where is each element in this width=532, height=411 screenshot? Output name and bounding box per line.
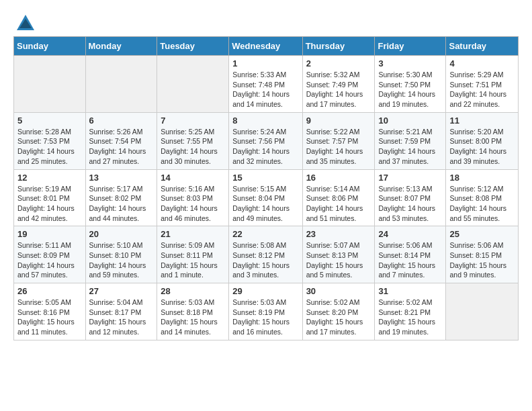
calendar-week-4: 19Sunrise: 5:11 AM Sunset: 8:09 PM Dayli… (14, 226, 519, 283)
day-number: 5 (17, 116, 82, 126)
day-number: 31 (378, 286, 442, 296)
calendar-header-thursday: Thursday (302, 37, 375, 56)
day-info: Sunrise: 5:04 AM Sunset: 8:17 PM Dayligh… (89, 298, 154, 337)
day-number: 15 (232, 173, 298, 183)
calendar-cell: 27Sunrise: 5:04 AM Sunset: 8:17 PM Dayli… (85, 283, 157, 340)
day-info: Sunrise: 5:16 AM Sunset: 8:03 PM Dayligh… (161, 184, 225, 224)
day-number: 11 (449, 116, 515, 126)
day-info: Sunrise: 5:03 AM Sunset: 8:18 PM Dayligh… (161, 298, 225, 337)
day-number: 17 (378, 173, 442, 183)
day-info: Sunrise: 5:29 AM Sunset: 7:51 PM Dayligh… (449, 70, 515, 109)
day-number: 21 (161, 229, 225, 239)
day-info: Sunrise: 5:28 AM Sunset: 7:53 PM Dayligh… (17, 127, 82, 167)
calendar-week-5: 26Sunrise: 5:05 AM Sunset: 8:16 PM Dayli… (14, 283, 519, 340)
day-number: 8 (232, 116, 298, 126)
calendar-cell: 7Sunrise: 5:25 AM Sunset: 7:55 PM Daylig… (157, 112, 229, 169)
calendar-table: SundayMondayTuesdayWednesdayThursdayFrid… (13, 36, 519, 340)
calendar-week-2: 5Sunrise: 5:28 AM Sunset: 7:53 PM Daylig… (14, 112, 519, 169)
day-info: Sunrise: 5:02 AM Sunset: 8:21 PM Dayligh… (378, 298, 442, 337)
day-number: 29 (232, 286, 298, 296)
calendar-cell: 10Sunrise: 5:21 AM Sunset: 7:59 PM Dayli… (375, 112, 446, 169)
day-info: Sunrise: 5:03 AM Sunset: 8:19 PM Dayligh… (232, 298, 298, 337)
day-info: Sunrise: 5:21 AM Sunset: 7:59 PM Dayligh… (378, 127, 442, 167)
day-info: Sunrise: 5:26 AM Sunset: 7:54 PM Dayligh… (89, 127, 154, 167)
day-number: 7 (161, 116, 225, 126)
day-number: 4 (449, 58, 515, 68)
logo-icon (15, 13, 36, 34)
day-info: Sunrise: 5:17 AM Sunset: 8:02 PM Dayligh… (89, 184, 154, 224)
day-number: 12 (17, 173, 82, 183)
calendar-cell: 17Sunrise: 5:13 AM Sunset: 8:07 PM Dayli… (375, 169, 446, 226)
day-info: Sunrise: 5:05 AM Sunset: 8:16 PM Dayligh… (17, 298, 82, 337)
day-info: Sunrise: 5:32 AM Sunset: 7:49 PM Dayligh… (306, 70, 371, 109)
day-number: 30 (306, 286, 371, 296)
day-number: 14 (161, 173, 225, 183)
calendar-cell: 20Sunrise: 5:10 AM Sunset: 8:10 PM Dayli… (85, 226, 157, 283)
calendar-cell: 29Sunrise: 5:03 AM Sunset: 8:19 PM Dayli… (229, 283, 302, 340)
day-info: Sunrise: 5:11 AM Sunset: 8:09 PM Dayligh… (17, 240, 82, 280)
calendar-cell: 6Sunrise: 5:26 AM Sunset: 7:54 PM Daylig… (85, 112, 157, 169)
day-info: Sunrise: 5:02 AM Sunset: 8:20 PM Dayligh… (306, 298, 371, 337)
day-number: 27 (89, 286, 154, 296)
day-number: 24 (378, 229, 442, 239)
day-info: Sunrise: 5:06 AM Sunset: 8:14 PM Dayligh… (378, 240, 442, 280)
calendar-cell: 2Sunrise: 5:32 AM Sunset: 7:49 PM Daylig… (302, 56, 375, 113)
day-info: Sunrise: 5:14 AM Sunset: 8:06 PM Dayligh… (306, 184, 371, 224)
calendar-cell: 1Sunrise: 5:33 AM Sunset: 7:48 PM Daylig… (229, 56, 302, 113)
calendar-cell: 23Sunrise: 5:07 AM Sunset: 8:13 PM Dayli… (302, 226, 375, 283)
calendar-cell: 9Sunrise: 5:22 AM Sunset: 7:57 PM Daylig… (302, 112, 375, 169)
day-number: 25 (449, 229, 515, 239)
calendar-header-friday: Friday (375, 37, 446, 56)
calendar-cell: 3Sunrise: 5:30 AM Sunset: 7:50 PM Daylig… (375, 56, 446, 113)
calendar-cell: 26Sunrise: 5:05 AM Sunset: 8:16 PM Dayli… (14, 283, 86, 340)
day-number: 10 (378, 116, 442, 126)
day-number: 16 (306, 173, 371, 183)
day-number: 3 (378, 58, 442, 68)
day-info: Sunrise: 5:09 AM Sunset: 8:11 PM Dayligh… (161, 240, 225, 280)
calendar-cell: 28Sunrise: 5:03 AM Sunset: 8:18 PM Dayli… (157, 283, 229, 340)
calendar-week-1: 1Sunrise: 5:33 AM Sunset: 7:48 PM Daylig… (14, 56, 519, 113)
calendar-cell (14, 56, 86, 113)
calendar-cell (85, 56, 157, 113)
calendar-cell: 13Sunrise: 5:17 AM Sunset: 8:02 PM Dayli… (85, 169, 157, 226)
day-info: Sunrise: 5:22 AM Sunset: 7:57 PM Dayligh… (306, 127, 371, 167)
calendar-cell: 8Sunrise: 5:24 AM Sunset: 7:56 PM Daylig… (229, 112, 302, 169)
day-number: 23 (306, 229, 371, 239)
day-number: 20 (89, 229, 154, 239)
day-info: Sunrise: 5:15 AM Sunset: 8:04 PM Dayligh… (232, 184, 298, 224)
calendar-header-monday: Monday (85, 37, 157, 56)
page-header (13, 13, 519, 30)
day-info: Sunrise: 5:24 AM Sunset: 7:56 PM Dayligh… (232, 127, 298, 167)
day-info: Sunrise: 5:20 AM Sunset: 8:00 PM Dayligh… (449, 127, 515, 167)
calendar-cell: 31Sunrise: 5:02 AM Sunset: 8:21 PM Dayli… (375, 283, 446, 340)
day-info: Sunrise: 5:30 AM Sunset: 7:50 PM Dayligh… (378, 70, 442, 109)
calendar-cell (157, 56, 229, 113)
calendar-week-3: 12Sunrise: 5:19 AM Sunset: 8:01 PM Dayli… (14, 169, 519, 226)
calendar-cell: 21Sunrise: 5:09 AM Sunset: 8:11 PM Dayli… (157, 226, 229, 283)
calendar-cell: 11Sunrise: 5:20 AM Sunset: 8:00 PM Dayli… (446, 112, 519, 169)
calendar-cell: 12Sunrise: 5:19 AM Sunset: 8:01 PM Dayli… (14, 169, 86, 226)
day-number: 9 (306, 116, 371, 126)
calendar-header-sunday: Sunday (14, 37, 86, 56)
calendar-cell: 24Sunrise: 5:06 AM Sunset: 8:14 PM Dayli… (375, 226, 446, 283)
calendar-header-tuesday: Tuesday (157, 37, 229, 56)
day-info: Sunrise: 5:33 AM Sunset: 7:48 PM Dayligh… (232, 70, 298, 109)
calendar-cell: 30Sunrise: 5:02 AM Sunset: 8:20 PM Dayli… (302, 283, 375, 340)
calendar-cell (446, 283, 519, 340)
logo (13, 13, 36, 30)
calendar-cell: 22Sunrise: 5:08 AM Sunset: 8:12 PM Dayli… (229, 226, 302, 283)
calendar-cell: 14Sunrise: 5:16 AM Sunset: 8:03 PM Dayli… (157, 169, 229, 226)
day-info: Sunrise: 5:08 AM Sunset: 8:12 PM Dayligh… (232, 240, 298, 280)
day-number: 2 (306, 58, 371, 68)
day-info: Sunrise: 5:06 AM Sunset: 8:15 PM Dayligh… (449, 240, 515, 280)
day-number: 1 (232, 58, 298, 68)
day-info: Sunrise: 5:13 AM Sunset: 8:07 PM Dayligh… (378, 184, 442, 224)
day-number: 13 (89, 173, 154, 183)
day-info: Sunrise: 5:07 AM Sunset: 8:13 PM Dayligh… (306, 240, 371, 280)
calendar-cell: 25Sunrise: 5:06 AM Sunset: 8:15 PM Dayli… (446, 226, 519, 283)
calendar-cell: 4Sunrise: 5:29 AM Sunset: 7:51 PM Daylig… (446, 56, 519, 113)
day-info: Sunrise: 5:19 AM Sunset: 8:01 PM Dayligh… (17, 184, 82, 224)
day-number: 19 (17, 229, 82, 239)
day-number: 26 (17, 286, 82, 296)
day-number: 28 (161, 286, 225, 296)
